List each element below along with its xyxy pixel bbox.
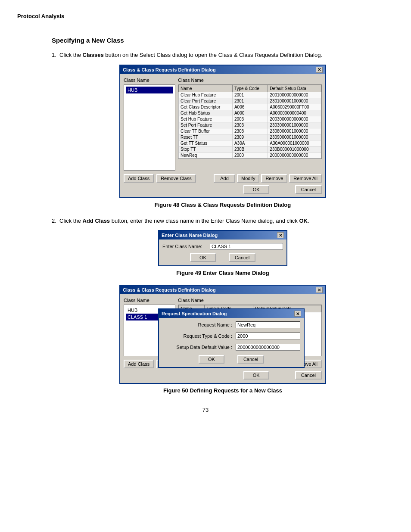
table-row: Set Port Feature23032303000001000000 <box>179 122 321 128</box>
table-cell: 230B <box>232 146 268 152</box>
req-setup-input[interactable] <box>236 344 300 351</box>
step-1-text: 1. Click the Classes button on the Selec… <box>52 51 394 59</box>
table-cell: 2309000001000000 <box>268 134 321 140</box>
add-btn-1[interactable]: Add <box>214 174 235 183</box>
table-cell: A000 <box>232 110 268 116</box>
table-cell: NewReq <box>179 152 233 158</box>
req-type-row: Request Type & Code : <box>162 333 300 339</box>
figure-50-label: Figure 50 Defining Requests for a New Cl… <box>52 387 394 394</box>
col-type: Type & Code <box>232 85 268 92</box>
enter-class-close-btn[interactable]: ✕ <box>277 232 284 238</box>
dialog-2-titlebar: Class & Class Requests Definition Dialog… <box>120 286 325 294</box>
page-header: Protocol Analysis <box>17 13 394 19</box>
figure-48-label: Figure 48 Class & Class Requests Definit… <box>52 202 394 208</box>
table-cell: Get Hub Status <box>179 110 233 116</box>
remove-btn-1[interactable]: Remove <box>261 174 287 183</box>
add-class-btn-2[interactable]: Add Class <box>124 360 154 368</box>
req-name-input[interactable] <box>236 321 300 328</box>
table-cell: Clear Hub Feature <box>179 92 233 98</box>
table-cell: A30A <box>232 140 268 146</box>
req-spec-body: Request Name : Request Type & Code : Set… <box>159 318 304 367</box>
req-spec-titlebar: Request Specification Dialog ✕ <box>159 309 304 318</box>
requests-label-1: Class Name <box>178 78 322 83</box>
table-cell: 2001 <box>232 92 268 98</box>
table-cell: 2003000000000000 <box>268 116 321 122</box>
dialog-1-body: Class Name HUB Class Name Name <box>120 74 325 197</box>
req-type-label: Request Type & Code : <box>162 333 236 339</box>
table-row: Clear Port Feature23012301000001000000 <box>179 98 321 104</box>
dialog-1-right-buttons: Add Modify Remove Remove All <box>214 174 322 183</box>
table-cell: Clear Port Feature <box>179 98 233 104</box>
table-cell: 2303 <box>232 122 268 128</box>
table-row: Clear Hub Feature20012001000000000000 <box>179 92 321 98</box>
modify-btn-1[interactable]: Modify <box>237 174 259 183</box>
table-cell: 2003 <box>232 116 268 122</box>
class-name-list-1: HUB <box>124 84 175 171</box>
table-cell: 2001000000000000 <box>268 92 321 98</box>
cancel-btn-1[interactable]: Cancel <box>295 185 322 194</box>
table-cell: A00000000000400 <box>268 110 321 116</box>
table-cell: Get TT Status <box>179 140 233 146</box>
enter-class-input[interactable] <box>210 243 283 250</box>
req-name-label: Request Name : <box>162 322 236 327</box>
table-cell: 2301 <box>232 98 268 104</box>
step-1: 1. Click the Classes button on the Selec… <box>52 51 394 208</box>
enter-class-cancel-btn[interactable]: Cancel <box>229 253 255 262</box>
dialog-1-close-btn[interactable]: ✕ <box>316 67 323 73</box>
table-cell: Clear TT Buffer <box>179 128 233 134</box>
header-title: Protocol Analysis <box>17 13 64 19</box>
step-2: 2. Click the Add Class button, enter the… <box>52 217 394 394</box>
table-cell: 2309 <box>232 134 268 140</box>
table-cell: 2308000001000000 <box>268 128 321 134</box>
remove-class-btn-1[interactable]: Remove Class <box>156 174 196 183</box>
col-name: Name <box>179 85 233 92</box>
table-cell: A30A000001000000 <box>268 140 321 146</box>
req-spec-cancel-btn[interactable]: Cancel <box>237 355 264 364</box>
figure-50-wrapper: Class & Class Requests Definition Dialog… <box>52 285 394 384</box>
table-cell: A006 <box>232 104 268 110</box>
section-title: Specifying a New Class <box>52 37 394 44</box>
class-name-label-1: Class Name <box>124 78 175 83</box>
figure-49-wrapper: Enter Class Name Dialog ✕ Enter Class Na… <box>52 230 394 266</box>
request-spec-dialog: Request Specification Dialog ✕ Request N… <box>158 308 305 368</box>
enter-class-titlebar: Enter Class Name Dialog ✕ <box>159 231 286 240</box>
table-cell: Stop TT <box>179 146 233 152</box>
table-row: Set Hub Feature20032003000000000000 <box>179 116 321 122</box>
req-spec-ok-btn[interactable]: OK <box>199 355 224 364</box>
table-cell: Set Hub Feature <box>179 116 233 122</box>
col-default: Default Setup Data <box>268 85 321 92</box>
table-row: Get Class DescriptorA006A00600290000FF00 <box>179 104 321 110</box>
figure-50-container: Class & Class Requests Definition Dialog… <box>119 285 326 384</box>
req-setup-row: Setup Data Default Value : <box>162 344 300 351</box>
table-cell: 2000000000000000 <box>268 152 321 158</box>
ok-btn-2[interactable]: OK <box>243 371 269 380</box>
requests-label-2: Class Name <box>178 298 322 303</box>
class-name-label-2: Class Name <box>124 298 175 303</box>
page-number: 73 <box>17 407 394 413</box>
enter-class-ok-btn[interactable]: OK <box>190 253 216 262</box>
table-cell: 2000 <box>232 152 268 158</box>
req-type-input[interactable] <box>236 333 300 339</box>
class-requests-dialog-1: Class & Class Requests Definition Dialog… <box>119 65 326 198</box>
add-class-btn-1[interactable]: Add Class <box>124 174 154 183</box>
dialog-1-titlebar: Class & Class Requests Definition Dialog… <box>120 65 325 74</box>
requests-table-1: Name Type & Code Default Setup Data Clea… <box>178 85 321 159</box>
class-item-hub[interactable]: HUB <box>126 87 173 93</box>
figure-48-wrapper: Class & Class Requests Definition Dialog… <box>52 65 394 198</box>
enter-class-form-row: Enter Class Name: <box>162 243 283 250</box>
step-2-text: 2. Click the Add Class button, enter the… <box>52 217 394 225</box>
table-cell: Reset TT <box>179 134 233 140</box>
enter-class-dialog: Enter Class Name Dialog ✕ Enter Class Na… <box>158 230 287 266</box>
table-cell: 2301000001000000 <box>268 98 321 104</box>
table-row: Get Hub StatusA000A00000000000400 <box>179 110 321 116</box>
remove-all-btn-1[interactable]: Remove All <box>289 174 322 183</box>
table-row: Reset TT23092309000001000000 <box>179 134 321 140</box>
dialog-2-close-btn[interactable]: ✕ <box>316 287 323 293</box>
ok-btn-1[interactable]: OK <box>243 185 269 194</box>
enter-class-body: Enter Class Name: OK Cancel <box>159 240 286 265</box>
req-name-row: Request Name : <box>162 321 300 328</box>
cancel-btn-2[interactable]: Cancel <box>295 371 322 380</box>
req-spec-close-btn[interactable]: ✕ <box>294 311 301 317</box>
table-cell: Set Port Feature <box>179 122 233 128</box>
requests-table-panel-1: Name Type & Code Default Setup Data Clea… <box>178 84 322 159</box>
